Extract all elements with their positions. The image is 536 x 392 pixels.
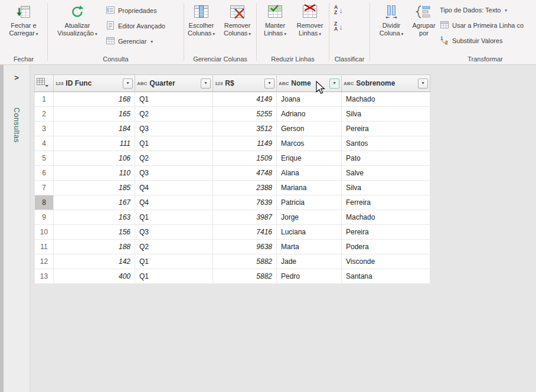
cell-quarter[interactable]: Q2 <box>135 107 213 122</box>
cell-quarter[interactable]: Q4 <box>135 195 213 210</box>
text-type-icon[interactable]: ABC <box>279 81 289 86</box>
select-all-button[interactable] <box>35 75 54 92</box>
expand-queries-pane-button[interactable]: > <box>12 73 21 82</box>
column-header-r[interactable]: 123R$▾ <box>213 75 277 92</box>
cell-r[interactable]: 7639 <box>213 195 277 210</box>
column-header-quarter[interactable]: ABCQuarter▾ <box>135 75 213 92</box>
cell-nome[interactable]: Marcos <box>277 136 342 151</box>
row-number[interactable]: 4 <box>35 136 54 151</box>
keep-rows-button[interactable]: Manter Linhas▾ <box>259 3 292 38</box>
row-number[interactable]: 7 <box>35 181 54 195</box>
cell-id-func[interactable]: 165 <box>54 107 135 122</box>
cell-id-func[interactable]: 400 <box>54 269 135 284</box>
cell-nome[interactable]: Patricia <box>277 195 342 210</box>
cell-r[interactable]: 3987 <box>213 210 277 225</box>
cell-quarter[interactable]: Q3 <box>135 166 213 181</box>
cell-quarter[interactable]: Q3 <box>135 122 213 136</box>
refresh-preview-button[interactable]: Atualizar Visualização▾ <box>54 3 101 38</box>
cell-id-func[interactable]: 111 <box>54 136 135 151</box>
cell-nome[interactable]: Gerson <box>277 122 342 136</box>
row-number[interactable]: 13 <box>35 269 54 284</box>
cell-quarter[interactable]: Q2 <box>135 151 213 166</box>
data-type-button[interactable]: Tipo de Dados: Texto ▾ <box>440 4 507 16</box>
choose-columns-button[interactable]: Escolher Colunas▾ <box>184 3 218 38</box>
cell-sobrenome[interactable]: Silva <box>342 107 430 122</box>
row-number[interactable]: 8 <box>35 195 54 210</box>
cell-sobrenome[interactable]: Silva <box>342 181 430 195</box>
cell-r[interactable]: 1149 <box>213 136 277 151</box>
column-header-sobrenome[interactable]: ABCSobrenome▾ <box>342 75 430 92</box>
cell-quarter[interactable]: Q1 <box>135 210 213 225</box>
remove-columns-button[interactable]: Remover Colunas▾ <box>220 3 254 38</box>
cell-nome[interactable]: Jade <box>277 254 342 269</box>
cell-id-func[interactable]: 110 <box>54 166 135 181</box>
row-number[interactable]: 10 <box>35 225 54 240</box>
cell-sobrenome[interactable]: Pato <box>342 151 430 166</box>
cell-id-func[interactable]: 168 <box>54 92 135 107</box>
number-type-icon[interactable]: 123 <box>215 81 223 86</box>
sort-descending-button[interactable]: ZA ↓ <box>334 21 343 32</box>
cell-sobrenome[interactable]: Santos <box>342 136 430 151</box>
text-type-icon[interactable]: ABC <box>344 81 354 86</box>
cell-quarter[interactable]: Q4 <box>135 181 213 195</box>
cell-r[interactable]: 5255 <box>213 107 277 122</box>
cell-id-func[interactable]: 156 <box>54 225 135 240</box>
cell-id-func[interactable]: 106 <box>54 151 135 166</box>
column-header-nome[interactable]: ABCNome▾ <box>277 75 342 92</box>
cell-id-func[interactable]: 184 <box>54 122 135 136</box>
sort-ascending-button[interactable]: AZ ↓ <box>334 5 343 15</box>
cell-quarter[interactable]: Q3 <box>135 225 213 240</box>
cell-r[interactable]: 4149 <box>213 92 277 107</box>
filter-dropdown-button[interactable]: ▾ <box>264 79 274 89</box>
cell-nome[interactable]: Erique <box>277 151 342 166</box>
queries-pane-label[interactable]: Consultas <box>12 107 21 143</box>
cell-quarter[interactable]: Q1 <box>135 269 213 284</box>
use-first-row-button[interactable]: Usar a Primeira Linha co <box>440 19 524 31</box>
cell-sobrenome[interactable]: Ferreira <box>342 195 430 210</box>
manage-button[interactable]: Gerenciar ▾ <box>106 35 153 47</box>
cell-quarter[interactable]: Q1 <box>135 92 213 107</box>
row-number[interactable]: 5 <box>35 151 54 166</box>
properties-button[interactable]: Propriedades <box>106 5 156 17</box>
cell-r[interactable]: 4748 <box>213 166 277 181</box>
row-number[interactable]: 2 <box>35 107 54 122</box>
cell-sobrenome[interactable]: Salve <box>342 166 430 181</box>
cell-sobrenome[interactable]: Machado <box>342 210 430 225</box>
cell-id-func[interactable]: 188 <box>54 240 135 254</box>
cell-nome[interactable]: Marta <box>277 240 342 254</box>
filter-dropdown-button[interactable]: ▾ <box>201 79 211 89</box>
cell-r[interactable]: 7416 <box>213 225 277 240</box>
row-number[interactable]: 9 <box>35 210 54 225</box>
cell-sobrenome[interactable]: Machado <box>342 92 430 107</box>
row-number[interactable]: 12 <box>35 254 54 269</box>
cell-nome[interactable]: Jorge <box>277 210 342 225</box>
split-column-button[interactable]: Dividir Coluna▾ <box>375 3 408 38</box>
cell-quarter[interactable]: Q1 <box>135 254 213 269</box>
cell-sobrenome[interactable]: Pereira <box>342 225 430 240</box>
cell-r[interactable]: 2388 <box>213 181 277 195</box>
cell-sobrenome[interactable]: Podera <box>342 240 430 254</box>
cell-sobrenome[interactable]: Santana <box>342 269 430 284</box>
remove-rows-button[interactable]: Remover Linhas▾ <box>293 3 327 38</box>
cell-id-func[interactable]: 167 <box>54 195 135 210</box>
advanced-editor-button[interactable]: Editor Avançado <box>106 20 165 32</box>
group-by-button[interactable]: Agrupar por <box>409 3 439 37</box>
row-number[interactable]: 3 <box>35 122 54 136</box>
cell-nome[interactable]: Pedro <box>277 269 342 284</box>
cell-r[interactable]: 5882 <box>213 254 277 269</box>
column-header-id-func[interactable]: 123ID Func▾ <box>54 75 135 92</box>
cell-r[interactable]: 1509 <box>213 151 277 166</box>
cell-id-func[interactable]: 142 <box>54 254 135 269</box>
text-type-icon[interactable]: ABC <box>137 81 147 86</box>
close-and-load-button[interactable]: Fechar e Carregar▾ <box>4 3 44 38</box>
row-number[interactable]: 1 <box>35 92 54 107</box>
cell-nome[interactable]: Luciana <box>277 225 342 240</box>
cell-r[interactable]: 5882 <box>213 269 277 284</box>
number-type-icon[interactable]: 123 <box>55 81 63 86</box>
row-number[interactable]: 6 <box>35 166 54 181</box>
row-number[interactable]: 11 <box>35 240 54 254</box>
cell-nome[interactable]: Mariana <box>277 181 342 195</box>
replace-values-button[interactable]: 1 2 Substituir Valores <box>440 35 502 47</box>
cell-sobrenome[interactable]: Visconde <box>342 254 430 269</box>
cell-id-func[interactable]: 163 <box>54 210 135 225</box>
